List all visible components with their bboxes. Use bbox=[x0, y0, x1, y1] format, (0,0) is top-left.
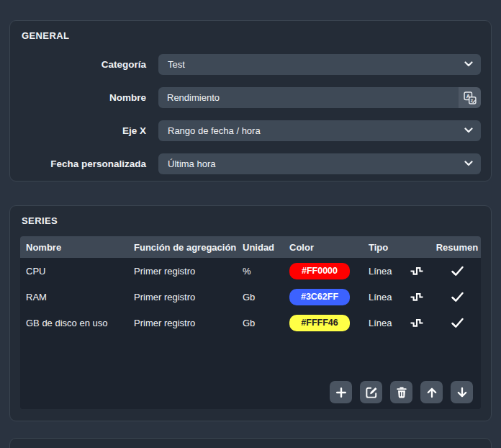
series-table-body: CPU Primer registro % #FF0000 Línea RAM … bbox=[20, 258, 481, 409]
series-section-title: SERIES bbox=[20, 215, 481, 227]
arrow-down-icon bbox=[455, 385, 469, 400]
series-type: Línea bbox=[369, 318, 400, 328]
series-aggregation: Primer registro bbox=[134, 292, 243, 303]
check-icon bbox=[433, 290, 481, 305]
eje-x-selected-value: Rango de fecha / hora bbox=[168, 125, 261, 136]
move-down-button[interactable] bbox=[451, 381, 473, 403]
general-section-title: GENERAL bbox=[20, 30, 481, 42]
edit-series-button[interactable] bbox=[360, 381, 382, 403]
nombre-input[interactable] bbox=[158, 87, 459, 108]
general-section: GENERAL Categoría Test Nombre A bbox=[9, 20, 492, 182]
fecha-personalizada-select[interactable]: Última hora bbox=[158, 153, 481, 174]
chevron-down-icon bbox=[464, 161, 473, 166]
nombre-input-group: A z bbox=[158, 87, 481, 108]
series-aggregation: Primer registro bbox=[134, 266, 243, 277]
series-name: CPU bbox=[26, 266, 134, 277]
delete-series-button[interactable] bbox=[390, 381, 412, 403]
series-aggregation: Primer registro bbox=[134, 318, 243, 328]
categoria-label: Categoría bbox=[20, 59, 146, 70]
next-section-partial bbox=[9, 438, 492, 448]
square-wave-icon bbox=[400, 290, 433, 305]
header-tipo: Tipo bbox=[369, 242, 400, 253]
translate-button[interactable]: A z bbox=[459, 87, 481, 108]
series-unit: Gb bbox=[243, 318, 289, 328]
categoria-select[interactable]: Test bbox=[158, 54, 481, 75]
check-icon bbox=[433, 315, 481, 331]
header-nombre: Nombre bbox=[26, 242, 134, 253]
series-unit: Gb bbox=[243, 292, 289, 303]
form-row-nombre: Nombre A z bbox=[20, 87, 481, 108]
arrow-up-icon bbox=[425, 385, 439, 400]
form-row-eje-x: Eje X Rango de fecha / hora bbox=[20, 120, 481, 141]
page: { "general": { "title": "GENERAL", "cate… bbox=[0, 0, 501, 448]
series-type: Línea bbox=[369, 266, 400, 277]
form-row-categoria: Categoría Test bbox=[20, 54, 481, 75]
table-row[interactable]: RAM Primer registro Gb #3C62FF Línea bbox=[20, 284, 481, 310]
add-series-button[interactable] bbox=[330, 381, 352, 403]
square-wave-icon bbox=[400, 315, 433, 331]
series-unit: % bbox=[243, 266, 289, 277]
chevron-down-icon bbox=[464, 61, 473, 67]
header-unidad: Unidad bbox=[243, 242, 289, 253]
table-row[interactable]: CPU Primer registro % #FF0000 Línea bbox=[20, 258, 481, 284]
series-type: Línea bbox=[369, 292, 400, 303]
categoria-selected-value: Test bbox=[168, 59, 185, 70]
series-name: RAM bbox=[26, 292, 134, 303]
check-icon bbox=[433, 264, 481, 279]
series-table-actions bbox=[20, 381, 481, 409]
color-badge: #FFFF46 bbox=[289, 315, 350, 331]
fecha-personalizada-selected-value: Última hora bbox=[168, 158, 215, 169]
color-badge: #3C62FF bbox=[289, 289, 350, 305]
series-name: GB de disco en uso bbox=[26, 318, 134, 328]
series-table-header: Nombre Función de agregación Unidad Colo… bbox=[20, 236, 481, 258]
header-color: Color bbox=[289, 242, 369, 253]
header-funcion: Función de agregación bbox=[134, 242, 243, 253]
series-table: Nombre Función de agregación Unidad Colo… bbox=[20, 236, 481, 409]
header-resumen: Resumen bbox=[433, 242, 481, 253]
move-up-button[interactable] bbox=[420, 381, 443, 403]
translate-icon: A z bbox=[464, 91, 477, 104]
form-row-fecha-personalizada: Fecha personalizada Última hora bbox=[20, 153, 481, 174]
eje-x-select[interactable]: Rango de fecha / hora bbox=[158, 120, 481, 141]
plus-icon bbox=[334, 385, 348, 400]
chevron-down-icon bbox=[464, 127, 473, 133]
eje-x-label: Eje X bbox=[20, 125, 146, 136]
square-wave-icon bbox=[400, 264, 433, 279]
color-badge: #FF0000 bbox=[289, 263, 350, 279]
series-section: SERIES Nombre Función de agregación Unid… bbox=[9, 205, 492, 421]
table-row[interactable]: GB de disco en uso Primer registro Gb #F… bbox=[20, 310, 481, 336]
nombre-label: Nombre bbox=[20, 92, 146, 103]
edit-icon bbox=[364, 385, 379, 400]
fecha-personalizada-label: Fecha personalizada bbox=[20, 158, 146, 169]
trash-icon bbox=[394, 385, 409, 400]
